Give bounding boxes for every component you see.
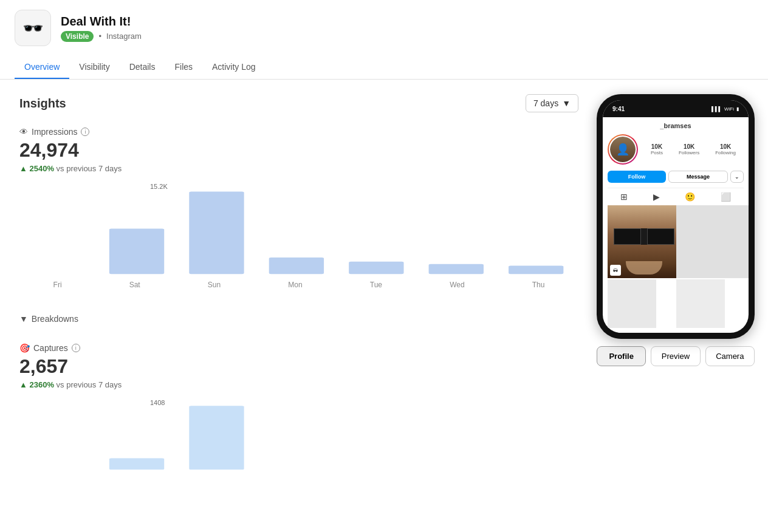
insights-header: Insights 7 days ▼ [19,94,578,112]
chart1-labels: Fri Sat Sun Mon Tue Wed Thu [19,281,578,289]
ig-avatar-inner: 👤 [609,135,637,163]
profile-button[interactable]: Profile [597,346,646,366]
ig-photo-grid: 🕶 [608,205,744,328]
captures-value: 2,657 [19,355,578,378]
impressions-change-pct: ▲ 2540% [19,164,54,173]
tab-overview[interactable]: Overview [15,56,69,79]
camera-button[interactable]: Camera [705,346,755,366]
ig-grid-item-2 [676,205,749,278]
nav-tabs: Overview Visibility Details Files Activi… [0,56,768,80]
chart2-peak-label: 1408 [150,399,165,406]
ig-followers-count: 10K Followers [679,143,699,155]
impressions-change: ▲ 2540% vs previous 7 days [19,164,578,173]
breakdowns-toggle[interactable]: ▼ Breakdowns [19,314,578,324]
tab-details[interactable]: Details [120,56,165,79]
impressions-value: 24,974 [19,139,578,162]
impressions-chart: 15.2K [19,183,578,304]
svg-rect-8 [109,459,164,470]
ig-tagged-icon[interactable]: 🙂 [685,192,695,202]
captures-info-icon[interactable]: i [72,344,80,352]
chart2-svg [19,399,578,472]
ig-action-buttons: Follow Message ⌄ [608,171,744,183]
chevron-down-icon: ▼ [19,314,28,324]
chart1-peak-label: 15.2K [150,183,168,190]
svg-rect-9 [189,406,244,469]
platform-label: Instagram [106,32,142,41]
svg-rect-1 [109,229,164,275]
phone-panel: 9:41 ▌▌▌ WiFi ▮ _bramses 👤 [598,80,768,527]
ig-posts-count: 10K Posts [651,143,663,155]
ig-stats-row: 👤 10K Posts 10K Followers [608,134,744,165]
captures-chart: 1408 [19,399,578,520]
ig-collab-icon[interactable]: ⬜ [721,192,731,202]
ig-grid-item-1: 🕶 [608,205,681,278]
signal-icon: ▌▌▌ [711,106,722,112]
insights-title: Insights [19,97,66,111]
days-selector[interactable]: 7 days ▼ [526,94,578,112]
phone-view-buttons: Profile Preview Camera [597,346,755,366]
ig-profile: _bramses 👤 10K Posts [603,117,749,333]
preview-button[interactable]: Preview [651,346,700,366]
ig-following-count: 10K Following [715,143,736,155]
ig-follow-button[interactable]: Follow [608,171,666,183]
main-content: Insights 7 days ▼ 👁 Impressions i 24,974… [0,80,768,527]
svg-rect-4 [349,262,403,274]
insights-panel: Insights 7 days ▼ 👁 Impressions i 24,974… [0,80,598,527]
ig-more-button[interactable]: ⌄ [730,171,744,183]
app-title: Deal With It! [61,15,142,29]
phone-mockup: 9:41 ▌▌▌ WiFi ▮ _bramses 👤 [597,94,755,339]
impressions-section: 👁 Impressions i 24,974 ▲ 2540% vs previo… [19,127,578,324]
ig-grid-icon[interactable]: ⊞ [620,192,628,202]
svg-rect-6 [509,266,563,275]
ig-grid-item-4 [676,279,725,328]
battery-icon: ▮ [736,106,739,112]
ig-counts: 10K Posts 10K Followers 10K Following [643,143,744,155]
visible-badge: Visible [61,31,94,42]
phone-time: 9:41 [612,106,625,112]
glasses-icon [614,228,675,244]
tab-visibility[interactable]: Visibility [69,56,119,79]
phone-status-bar: 9:41 ▌▌▌ WiFi ▮ [603,100,749,117]
sticker-icon: 🕶 [610,265,621,276]
phone-status-icons: ▌▌▌ WiFi ▮ [711,106,739,112]
app-header: 🕶️ Deal With It! Visible • Instagram [0,0,768,56]
chevron-down-icon: ▼ [562,98,571,108]
ig-avatar: 👤 [608,134,638,165]
impressions-label: 👁 Impressions i [19,127,578,137]
app-info: Deal With It! Visible • Instagram [61,15,142,42]
compass-icon: 🎯 [19,343,30,353]
app-icon: 🕶️ [15,10,51,46]
ig-reels-icon[interactable]: ▶ [653,192,660,202]
captures-change: ▲ 2360% vs previous 7 days [19,380,578,389]
ig-message-button[interactable]: Message [668,171,728,183]
ig-grid-item-3 [608,279,656,328]
captures-change-pct: ▲ 2360% [19,380,54,389]
svg-rect-3 [269,257,324,274]
captures-label: 🎯 Captures i [19,343,578,353]
captures-section: 🎯 Captures i 2,657 ▲ 2360% vs previous 7… [19,343,578,520]
chart1-svg [19,183,578,277]
eye-icon: 👁 [19,127,28,137]
app-meta: Visible • Instagram [61,31,142,42]
svg-rect-5 [429,264,484,274]
wifi-icon: WiFi [724,106,734,112]
ig-tab-icons: ⊞ ▶ 🙂 ⬜ [608,188,744,202]
ig-username: _bramses [608,122,744,129]
impressions-info-icon[interactable]: i [81,128,89,136]
phone-screen: 9:41 ▌▌▌ WiFi ▮ _bramses 👤 [603,100,749,333]
tab-activity-log[interactable]: Activity Log [202,56,266,79]
tab-files[interactable]: Files [165,56,202,79]
svg-rect-2 [189,192,244,275]
